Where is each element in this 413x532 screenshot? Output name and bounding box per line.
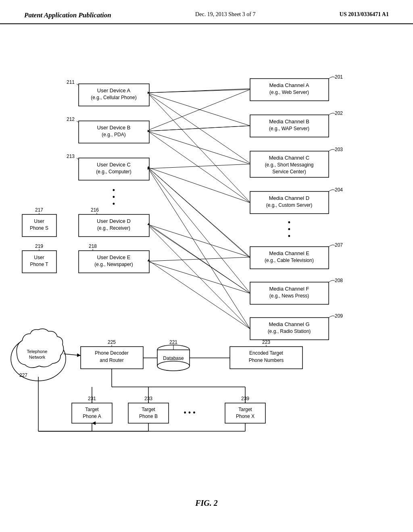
svg-text:Media Channel  A: Media Channel A <box>269 82 309 88</box>
svg-line-74 <box>149 89 250 130</box>
svg-text:and Router: and Router <box>100 357 123 363</box>
svg-text:(e.g., PDA): (e.g., PDA) <box>102 132 125 137</box>
svg-text:Media Channel  B: Media Channel B <box>269 118 309 125</box>
svg-line-85 <box>149 262 250 293</box>
svg-text:User Device  E: User Device E <box>97 254 130 260</box>
svg-text:217: 217 <box>35 207 43 213</box>
svg-text:Media Channel  G: Media Channel G <box>269 321 309 327</box>
svg-text:Encoded Target: Encoded Target <box>249 350 284 356</box>
svg-text:213: 213 <box>67 154 75 159</box>
svg-text:Phone B: Phone B <box>139 414 158 419</box>
svg-text:(e.g., Newspaper): (e.g., Newspaper) <box>94 262 133 267</box>
svg-line-73 <box>149 95 250 202</box>
svg-line-76 <box>149 132 250 164</box>
svg-text:Phone T: Phone T <box>30 262 48 267</box>
svg-text:Phone Decoder: Phone Decoder <box>95 350 128 356</box>
svg-text:209: 209 <box>335 313 343 319</box>
svg-text:(e.g., Cable Television): (e.g., Cable Television) <box>265 258 314 263</box>
svg-line-142 <box>150 169 250 258</box>
svg-text:Target: Target <box>142 407 155 412</box>
svg-text:207: 207 <box>335 242 343 248</box>
svg-text:203: 203 <box>335 147 343 152</box>
svg-line-138 <box>150 89 250 93</box>
figure-label: FIG. 2 <box>195 499 218 508</box>
svg-line-123 <box>64 354 81 355</box>
svg-text:221: 221 <box>169 339 177 345</box>
svg-rect-118 <box>225 403 265 423</box>
svg-line-80 <box>149 170 250 329</box>
svg-text:212: 212 <box>67 116 75 122</box>
svg-line-81 <box>149 225 250 257</box>
page: Patent Application Publication Dec. 19, … <box>0 0 413 532</box>
svg-line-143 <box>150 225 250 293</box>
svg-text:(e.g., Custom Server): (e.g., Custom Server) <box>266 202 313 208</box>
svg-text:User Device  B: User Device B <box>97 125 130 131</box>
svg-text:Media Channel  E: Media Channel E <box>269 250 309 256</box>
svg-rect-107 <box>72 403 112 423</box>
svg-text:Phone A: Phone A <box>83 414 101 419</box>
svg-text:(e.g., News Press): (e.g., News Press) <box>269 293 309 299</box>
svg-text:219: 219 <box>35 243 43 249</box>
svg-rect-98 <box>158 350 189 351</box>
svg-text:211: 211 <box>67 79 75 85</box>
svg-text:(e.g., Short Messaging: (e.g., Short Messaging <box>265 162 314 168</box>
svg-text:•: • <box>113 200 115 208</box>
svg-text:User Device  A: User Device A <box>97 87 131 94</box>
svg-text:202: 202 <box>335 110 343 116</box>
svg-text:Network: Network <box>29 355 46 360</box>
svg-text:225: 225 <box>108 339 116 345</box>
svg-text:Target: Target <box>85 407 99 412</box>
svg-text:Phone S: Phone S <box>30 225 48 231</box>
publication-label: Patent Application Publication <box>24 11 111 19</box>
page-header: Patent Application Publication Dec. 19, … <box>0 0 413 24</box>
svg-text:(e.g., Receiver): (e.g., Receiver) <box>97 225 130 231</box>
svg-text:(e.g., Web Server): (e.g., Web Server) <box>269 89 309 95</box>
svg-text:Database: Database <box>163 355 184 361</box>
svg-text:216: 216 <box>91 207 99 213</box>
svg-line-72 <box>149 94 250 163</box>
diagram-area: User Device A (e.g., Cellular Phone) 211… <box>0 24 413 468</box>
svg-text:(e.g., Radio Station): (e.g., Radio Station) <box>268 328 311 334</box>
svg-line-77 <box>149 132 250 203</box>
svg-text:Target: Target <box>238 407 252 412</box>
svg-text:Service Center): Service Center) <box>272 169 306 175</box>
svg-text:Phone X: Phone X <box>236 414 254 419</box>
svg-line-144 <box>150 262 250 329</box>
svg-text:Media Channel  F: Media Channel F <box>269 286 309 292</box>
sheet-info: Dec. 19, 2013 Sheet 3 of 7 <box>195 11 255 18</box>
svg-text:218: 218 <box>89 243 97 249</box>
svg-text:(e.g., WAP Server): (e.g., WAP Server) <box>269 126 309 131</box>
svg-text:201: 201 <box>335 74 343 80</box>
patent-number: US 2013/0336471 A1 <box>340 11 389 18</box>
svg-text:• • •: • • • <box>184 409 196 417</box>
diagram-svg: User Device A (e.g., Cellular Phone) 211… <box>0 24 413 468</box>
svg-text:User: User <box>34 255 44 260</box>
svg-line-79 <box>149 169 250 293</box>
svg-text:•: • <box>288 232 290 240</box>
svg-rect-112 <box>128 403 169 423</box>
svg-text:User Device  C: User Device C <box>97 162 131 168</box>
svg-line-141 <box>150 168 250 203</box>
svg-text:Media Channel  D: Media Channel D <box>269 195 309 201</box>
svg-text:(e.g., Cellular Phone): (e.g., Cellular Phone) <box>91 95 136 100</box>
svg-text:User: User <box>34 218 44 224</box>
svg-text:Telephone: Telephone <box>27 349 48 354</box>
svg-point-97 <box>157 361 190 371</box>
svg-line-139 <box>150 126 250 131</box>
svg-text:227: 227 <box>19 372 27 378</box>
svg-text:(e.g., Computer): (e.g., Computer) <box>96 169 131 175</box>
svg-text:User Device  D: User Device D <box>97 218 131 224</box>
svg-text:Media Channel  C: Media Channel C <box>269 155 309 161</box>
svg-text:208: 208 <box>335 278 343 283</box>
svg-text:Phone Numbers: Phone Numbers <box>249 357 284 363</box>
svg-text:223: 223 <box>262 339 270 345</box>
svg-text:204: 204 <box>335 187 343 193</box>
